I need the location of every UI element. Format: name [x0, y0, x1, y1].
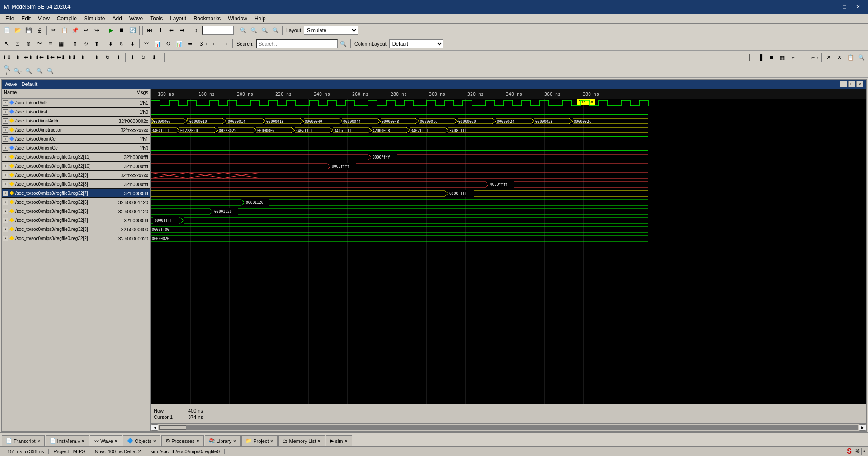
expand-btn-5[interactable]: + — [3, 146, 8, 151]
tab-objects[interactable]: 🔷Objects✕ — [123, 435, 160, 446]
wave-zoom1[interactable]: 🔍 — [238, 25, 248, 35]
expand-btn-0[interactable]: + — [3, 100, 8, 106]
expand-btn-12[interactable]: + — [3, 209, 8, 214]
expand-btn-10[interactable]: + — [3, 191, 8, 196]
wave-shape7[interactable]: ⌐¬ — [810, 52, 820, 62]
expand-btn-1[interactable]: + — [3, 109, 8, 115]
wave-mark4[interactable]: 🔍 — [856, 52, 866, 62]
tab-close-8[interactable]: ✕ — [344, 439, 348, 443]
expand-btn-14[interactable]: + — [3, 227, 8, 232]
search-input[interactable] — [256, 39, 338, 48]
signal-row-8[interactable]: +/soc_tb/soc0/mips0/regfile0/reg32[9]32'… — [2, 171, 150, 180]
arr6[interactable]: ⬇ — [127, 39, 137, 49]
signal-row-10[interactable]: +/soc_tb/soc0/mips0/regfile0/reg32[7]32'… — [2, 189, 150, 198]
tab-close-1[interactable]: ✕ — [81, 439, 85, 443]
tab-library[interactable]: 📚Library✕ — [205, 435, 241, 446]
restart-btn[interactable]: 🔄 — [127, 25, 137, 35]
run-btn[interactable]: ▶ — [106, 25, 116, 35]
menu-item-simulate[interactable]: Simulate — [80, 14, 109, 23]
scrollbar-thumb[interactable] — [159, 425, 186, 430]
wave-zoom2[interactable]: 🔍 — [249, 25, 259, 35]
expand-btn-6[interactable]: + — [3, 155, 8, 160]
sel-btn[interactable]: ↖ — [2, 39, 12, 49]
close-button[interactable]: ✕ — [852, 2, 864, 11]
maximize-button[interactable]: □ — [838, 2, 851, 11]
cut-btn[interactable]: ✂ — [48, 25, 58, 35]
wave-edit3[interactable]: ⬅⬆ — [24, 52, 33, 62]
menu-item-compile[interactable]: Compile — [53, 14, 80, 23]
tab-sim[interactable]: ▶sim✕ — [326, 435, 352, 446]
wave-edit4[interactable]: ⬆⬅ — [34, 52, 44, 62]
open-btn[interactable]: 📂 — [13, 25, 23, 35]
wave-mark1[interactable]: ✕ — [824, 52, 834, 62]
expand-btn-8[interactable]: + — [3, 173, 8, 178]
save-btn[interactable]: 💾 — [24, 25, 33, 35]
wave-nav1[interactable]: ⬆ — [92, 52, 102, 62]
tab-memory-list[interactable]: 🗂Memory List✕ — [278, 435, 325, 446]
wave-icon5[interactable]: ⬅ — [185, 39, 195, 49]
wave-icon4[interactable]: 📊 — [174, 39, 184, 49]
signal-row-13[interactable]: +/soc_tb/soc0/mips0/regfile0/reg32[4]32'… — [2, 216, 150, 225]
signal-row-2[interactable]: +/soc_tb/soc0/instAddr32'h0000002c — [2, 117, 150, 126]
signal-row-7[interactable]: +/soc_tb/soc0/mips0/regfile0/reg32[10]32… — [2, 162, 150, 171]
expand-btn2[interactable]: ⊕ — [24, 39, 33, 49]
zoom-fit[interactable]: → — [221, 39, 231, 49]
wave-edit8[interactable]: ⬆ — [78, 52, 88, 62]
zoom-prev[interactable]: 🔍 — [45, 66, 55, 76]
wave-shape3[interactable]: ■ — [766, 52, 776, 62]
wave-nav3[interactable]: ⬆ — [113, 52, 123, 62]
tab-close-0[interactable]: ✕ — [37, 439, 41, 443]
minimize-button[interactable]: ─ — [825, 2, 837, 11]
col-layout-select[interactable]: Default — [389, 39, 443, 48]
tab-processes[interactable]: ⚙Processes✕ — [161, 435, 203, 446]
menu-item-add[interactable]: Add — [109, 14, 126, 23]
wave-min-btn[interactable]: _ — [840, 81, 847, 87]
wave-close-btn[interactable]: ✕ — [856, 81, 863, 87]
code-btn[interactable]: ≡ — [45, 39, 55, 49]
scroll-left-btn[interactable]: ◀ — [151, 424, 158, 431]
wave-shape2[interactable]: ▐ — [755, 52, 765, 62]
arrow1[interactable]: ⬆ — [70, 39, 80, 49]
tab-close-2[interactable]: ✕ — [114, 439, 118, 443]
wave-zoom3[interactable]: 🔍 — [259, 25, 269, 35]
signal-row-6[interactable]: +/soc_tb/soc0/mips0/regfile0/reg32[11]32… — [2, 153, 150, 162]
wave-edit2[interactable]: ⬆ — [13, 52, 23, 62]
wave-nav2[interactable]: ↻ — [103, 52, 113, 62]
wave-shape5[interactable]: ⌐ — [788, 52, 798, 62]
menu-item-window[interactable]: Window — [224, 14, 251, 23]
tab-close-4[interactable]: ✕ — [196, 439, 200, 443]
signal-row-14[interactable]: +/soc_tb/soc0/mips0/regfile0/reg32[3]32'… — [2, 225, 150, 234]
menu-item-wave[interactable]: Wave — [126, 14, 146, 23]
arrow3[interactable]: ⬆ — [92, 39, 102, 49]
print-btn[interactable]: 🖨 — [34, 25, 44, 35]
zoom-out[interactable]: ← — [210, 39, 220, 49]
wave-mark3[interactable]: 📋 — [845, 52, 855, 62]
copy-btn[interactable]: 📋 — [59, 25, 69, 35]
scrollbar-track[interactable] — [159, 425, 858, 430]
expand-btn-15[interactable]: + — [3, 236, 8, 241]
menu-item-layout[interactable]: Layout — [166, 14, 190, 23]
menu-item-help[interactable]: Help — [251, 14, 269, 23]
wave-icon1[interactable]: 〰 — [142, 39, 151, 49]
lang-toggle[interactable]: 英 — [854, 448, 862, 455]
sim-ctrl2[interactable]: ⬆ — [156, 25, 165, 35]
menu-item-edit[interactable]: Edit — [18, 14, 34, 23]
expand-btn-2[interactable]: + — [3, 118, 8, 124]
wave-edit1[interactable]: ⬆⬇ — [2, 52, 12, 62]
sim-ctrl3[interactable]: ⬅ — [166, 25, 176, 35]
wave-btn2[interactable]: 〜 — [34, 39, 44, 49]
stop-btn[interactable]: ⏹ — [117, 25, 127, 35]
new-btn[interactable]: 📄 — [2, 25, 12, 35]
signal-row-5[interactable]: +/soc_tb/soc0/memCe1'h0 — [2, 144, 150, 153]
wave-max-btn[interactable]: □ — [848, 81, 855, 87]
signal-row-11[interactable]: +/soc_tb/soc0/mips0/regfile0/reg32[6]32'… — [2, 198, 150, 207]
sim-ctrl4[interactable]: ➡ — [177, 25, 187, 35]
signal-row-3[interactable]: +/soc_tb/soc0/instruction32'hxxxxxxxx — [2, 126, 150, 135]
wave-nav4[interactable]: ⬇ — [127, 52, 137, 62]
struct-btn[interactable]: ⊡ — [13, 39, 23, 49]
expand-btn-13[interactable]: + — [3, 218, 8, 223]
time-input[interactable]: 100 ns — [202, 26, 234, 35]
wave-shape6[interactable]: ¬ — [799, 52, 809, 62]
tab-close-5[interactable]: ✕ — [233, 439, 236, 443]
zoom-fit2[interactable]: 🔍 — [24, 66, 33, 76]
